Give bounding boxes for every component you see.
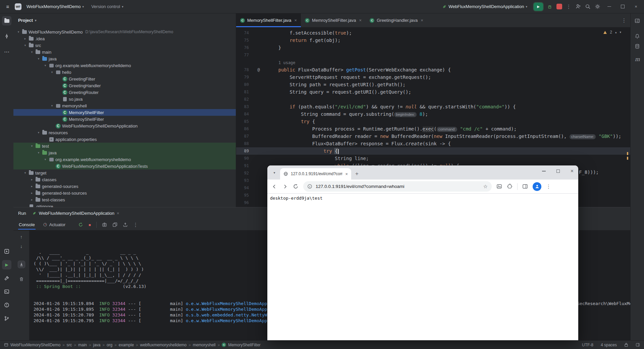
gutter[interactable]: 78@: [236, 66, 267, 73]
layout-windows-icon[interactable]: [633, 16, 642, 26]
gutter[interactable]: 74: [236, 29, 267, 37]
new-tab-button[interactable]: +: [355, 171, 359, 177]
commit-tool-icon[interactable]: [2, 32, 11, 41]
restore-layout-icon[interactable]: [112, 222, 117, 227]
gutter[interactable]: 79: [236, 73, 267, 81]
usage-hint[interactable]: 1 usage: [267, 60, 296, 65]
line-number[interactable]: 78: [236, 66, 249, 73]
line-number[interactable]: 74: [236, 29, 249, 37]
line-number[interactable]: 75: [236, 37, 249, 44]
tab-console[interactable]: Console: [18, 220, 36, 230]
line-number[interactable]: 92: [236, 169, 249, 177]
gutter[interactable]: 83: [236, 103, 267, 110]
gutter[interactable]: 88: [236, 140, 267, 147]
tree-row[interactable]: ▾java: [13, 55, 236, 62]
code-line[interactable]: 80 String path = request.getURI().getPat…: [236, 81, 631, 88]
browser-window[interactable]: ▾ 127.0.0.1:9191/evil/cmd?com × + × 127.…: [267, 165, 578, 340]
project-widget[interactable]: WebFluxMemoryShellDemo ▾: [24, 3, 86, 10]
gutter[interactable]: 94: [236, 184, 267, 192]
tab-actuator[interactable]: Actuator: [42, 220, 66, 230]
breadcrumb-item[interactable]: src: [67, 343, 72, 347]
indent-setting[interactable]: 4 spaces: [601, 343, 617, 347]
browser-tab[interactable]: 127.0.0.1:9191/evil/cmd?com ×: [280, 168, 351, 180]
line-number[interactable]: 91: [236, 162, 249, 169]
search-icon[interactable]: [585, 4, 591, 9]
stop-icon[interactable]: ■: [89, 223, 91, 227]
tree-row[interactable]: ▸.idea: [13, 35, 236, 42]
window-close-button[interactable]: ×: [631, 2, 641, 11]
breadcrumb-item[interactable]: webfluxmemoryshelldemo: [140, 343, 187, 347]
stop-button[interactable]: [556, 4, 562, 9]
prev-problem-icon[interactable]: ▴: [615, 31, 617, 34]
code-line[interactable]: 85 try {: [236, 118, 631, 125]
more-actions-icon[interactable]: ⋮: [566, 4, 571, 10]
debug-button[interactable]: [547, 4, 552, 9]
tree-row[interactable]: ▸test-classes: [13, 196, 236, 203]
next-problem-icon[interactable]: ▾: [620, 31, 621, 34]
line-number[interactable]: 94: [236, 184, 249, 192]
tree-chevron-icon[interactable]: ▾: [36, 131, 42, 134]
file-encoding[interactable]: UTF-8: [582, 343, 593, 347]
tree-chevron-icon[interactable]: ▾: [42, 158, 48, 161]
tree-chevron-icon[interactable]: ▸: [29, 178, 35, 181]
gutter[interactable]: 86: [236, 125, 267, 133]
gutter[interactable]: 92: [236, 169, 267, 177]
tree-row[interactable]: CWebFluxMemoryShellDemoApplicationTests: [13, 163, 236, 169]
line-number[interactable]: 96: [236, 199, 249, 206]
gutter[interactable]: [236, 59, 267, 66]
tree-row[interactable]: CMemroyShellFilter: [13, 116, 236, 122]
status-layout-icon[interactable]: [636, 343, 640, 347]
editor-tab[interactable]: CGreetingHandler.java×: [366, 13, 427, 27]
tree-row[interactable]: ▾test: [13, 143, 236, 149]
code-line[interactable]: 89 try {: [236, 147, 631, 155]
run-tool-title[interactable]: Run: [18, 211, 26, 216]
line-number[interactable]: 79: [236, 73, 249, 81]
code-line[interactable]: 78@ public Flux<DataBuffer> getPost(Serv…: [236, 66, 631, 73]
browser-close-button[interactable]: ×: [571, 168, 574, 174]
url-text[interactable]: 127.0.0.1:9191/evil/cmd?command=whoami: [316, 184, 480, 189]
tree-chevron-icon[interactable]: ▾: [29, 50, 35, 54]
tree-row[interactable]: ▾src: [13, 42, 236, 49]
line-number[interactable]: 88: [236, 140, 249, 147]
window-maximize-button[interactable]: [618, 2, 627, 11]
bookmark-star-icon[interactable]: ☆: [483, 184, 488, 190]
tree-row[interactable]: CGreetingFilter: [13, 76, 236, 82]
tree-chevron-icon[interactable]: ▾: [22, 44, 28, 47]
settings-gear-icon[interactable]: [595, 4, 600, 9]
console-more-icon[interactable]: ⋮: [133, 222, 138, 228]
gutter[interactable]: 89: [236, 147, 267, 155]
scroll-to-end-icon[interactable]: [18, 261, 25, 268]
gutter[interactable]: 81: [236, 88, 267, 96]
browser-menu-icon[interactable]: ⋮: [546, 184, 551, 190]
tree-row[interactable]: CGreetingRouter: [13, 89, 236, 96]
gutter[interactable]: 77: [236, 51, 267, 59]
breadcrumb-item[interactable]: MemoryShellFilter: [228, 343, 261, 347]
tree-row[interactable]: ▾WebFluxMemoryShellDemoD:\javaSecResearc…: [13, 29, 236, 35]
tree-chevron-icon[interactable]: ▾: [29, 144, 35, 148]
code-line[interactable]: 90 String line;: [236, 155, 631, 162]
notifications-bell-icon[interactable]: [633, 32, 642, 41]
inlay-hint-line[interactable]: 1 usage: [236, 59, 631, 66]
profile-avatar[interactable]: [533, 182, 541, 191]
gutter[interactable]: 80: [236, 81, 267, 88]
code-line[interactable]: 79 ServerHttpRequest request = exchange.…: [236, 73, 631, 81]
project-panel-header[interactable]: Project ▾: [13, 13, 236, 27]
gutter[interactable]: 90: [236, 155, 267, 162]
tree-row[interactable]: .gitignore: [13, 203, 236, 207]
readonly-lock-icon[interactable]: [624, 343, 628, 347]
code-with-me-icon[interactable]: [575, 4, 581, 9]
tree-row[interactable]: ▾main: [13, 49, 236, 55]
line-number[interactable]: 76: [236, 44, 249, 51]
gutter[interactable]: 82: [236, 96, 267, 103]
back-icon[interactable]: [271, 184, 277, 190]
tree-row[interactable]: ▾java: [13, 149, 236, 156]
tree-row[interactable]: CWebFluxMemoryShellDemoApplication: [13, 122, 236, 129]
tree-chevron-icon[interactable]: ▾: [22, 171, 28, 174]
line-number[interactable]: 89: [236, 147, 249, 155]
scrollbar-warning-mark[interactable]: [627, 157, 628, 160]
tree-chevron-icon[interactable]: ▾: [36, 151, 42, 154]
line-number[interactable]: 86: [236, 125, 249, 133]
code-line[interactable]: 86 Process process = Runtime.getRuntime(…: [236, 125, 631, 133]
maven-tool-icon[interactable]: m: [633, 54, 642, 64]
tree-row[interactable]: CMemoryShellFilter: [13, 109, 236, 116]
